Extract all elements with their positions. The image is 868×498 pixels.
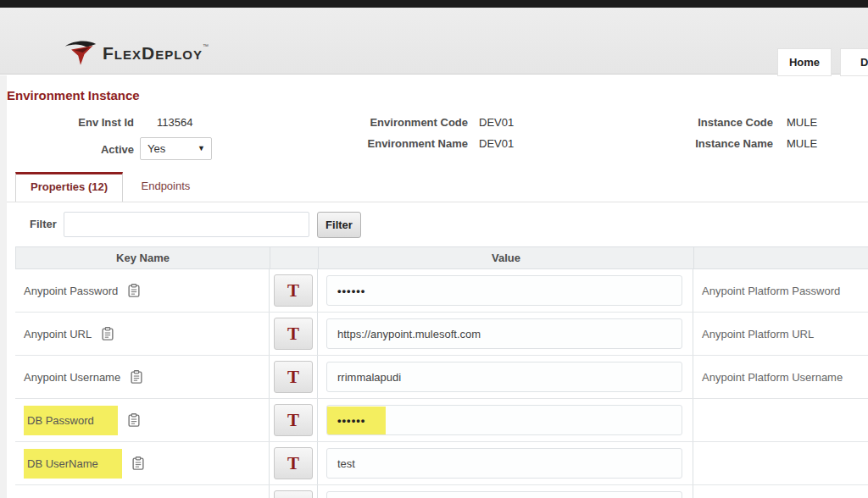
env-inst-id-value: 113564 [157, 116, 192, 129]
type-cell: T [270, 269, 318, 312]
key-cell: Anypoint URL [15, 313, 270, 355]
table-row: DB UserName T test [15, 442, 868, 485]
property-value-text: https://anypoint.mulesoft.com [337, 328, 481, 340]
nav-home-button[interactable]: Home [777, 48, 832, 76]
key-name-column-header: Key Name [16, 247, 270, 268]
type-column-header [270, 247, 319, 268]
description-cell [693, 399, 868, 441]
property-value-text: •••••• [327, 407, 386, 434]
text-type-button[interactable]: T [274, 318, 313, 350]
property-key-label: DB UserName [24, 449, 122, 479]
value-cell: •••••• [318, 399, 693, 441]
instance-code-value: MULE [787, 116, 817, 129]
key-cell: Anypoint Username [15, 356, 270, 398]
property-value-text: rrimmalapudi [337, 371, 401, 384]
browser-top-strip [0, 0, 868, 8]
clipboard-icon[interactable] [102, 327, 114, 340]
text-type-button[interactable]: T [274, 490, 313, 498]
description-cell: Anypoint Platform Password [693, 269, 868, 312]
value-input[interactable] [326, 491, 682, 498]
property-description: Anypoint Platform URL [702, 328, 814, 340]
tab-bar: Properties (12) Endpoints [7, 172, 868, 202]
env-inst-id-label: Env Inst Id [7, 116, 134, 129]
property-description: Anypoint Platform Password [702, 285, 840, 297]
property-key-label: DB Password [24, 406, 118, 435]
value-column-header: Value [319, 247, 694, 268]
key-cell: DB Password [15, 399, 270, 441]
instance-name-label: Instance Name [644, 137, 773, 150]
type-cell: T [270, 313, 318, 355]
value-cell: https://anypoint.mulesoft.com [318, 313, 693, 355]
table-row: Anypoint Username T rrimmalapudi Anypoin… [15, 356, 868, 399]
brand-wordmark: FLEXDEPLOY™ [103, 43, 209, 64]
environment-code-value: DEV01 [479, 116, 514, 129]
value-cell: •••••• [318, 269, 693, 312]
table-row: Anypoint Password T •••••• Anypoint Plat… [15, 269, 868, 313]
text-type-button[interactable]: T [274, 361, 313, 393]
flexdeploy-logo: FLEXDEPLOY™ [64, 38, 209, 69]
description-cell: Anypoint Platform Username [693, 356, 868, 398]
description-column-header [694, 247, 868, 268]
left-edge-strip [0, 75, 7, 498]
instance-name-value: MULE [787, 137, 817, 150]
description-cell [693, 442, 868, 484]
key-cell: DB UserName [15, 442, 270, 484]
text-type-button[interactable]: T [274, 274, 313, 307]
filter-label: Filter [30, 218, 57, 230]
text-type-button[interactable]: T [274, 447, 313, 479]
value-cell: test [318, 442, 693, 484]
property-key-label: Anypoint Password [24, 285, 118, 297]
page-title: Environment Instance [7, 88, 140, 102]
clipboard-icon[interactable] [132, 456, 144, 470]
property-key-label: Anypoint URL [24, 328, 92, 340]
flexdeploy-window: FLEXDEPLOY™ Home Das Environment Instanc… [0, 0, 868, 498]
tornado-logo-icon [64, 38, 97, 69]
value-input[interactable]: https://anypoint.mulesoft.com [326, 318, 682, 349]
value-input[interactable]: test [326, 448, 682, 479]
active-select-value: Yes [147, 142, 165, 155]
text-type-button[interactable]: T [274, 404, 313, 436]
filter-input[interactable] [64, 212, 309, 237]
type-cell: T [270, 442, 318, 484]
table-body: Anypoint Password T •••••• Anypoint Plat… [15, 269, 868, 498]
property-value-text: test [337, 457, 355, 470]
clipboard-icon[interactable] [131, 370, 142, 384]
table-row: T [15, 485, 868, 498]
environment-name-value: DEV01 [479, 137, 514, 150]
active-label: Active [7, 143, 134, 156]
table-row: Anypoint URL T https://anypoint.mulesoft… [15, 313, 868, 356]
key-cell: Anypoint Password [15, 269, 270, 312]
value-input[interactable]: •••••• [326, 275, 682, 306]
value-input[interactable]: rrimmalapudi [326, 362, 682, 392]
type-cell: T [270, 356, 318, 398]
type-cell: T [270, 485, 318, 498]
clipboard-icon[interactable] [128, 284, 140, 297]
property-key-label: Anypoint Username [24, 371, 120, 384]
instance-code-label: Instance Code [644, 116, 773, 129]
property-description: Anypoint Platform Username [702, 371, 843, 384]
app-header: FLEXDEPLOY™ Home Das [0, 8, 868, 75]
properties-table: Key Name Value Anypoint Password T [15, 246, 868, 498]
environment-code-label: Environment Code [339, 116, 468, 129]
table-header: Key Name Value [15, 246, 868, 269]
clipboard-icon[interactable] [128, 413, 140, 427]
filter-button[interactable]: Filter [317, 212, 361, 238]
description-cell: Anypoint Platform URL [693, 313, 868, 355]
tab-endpoints[interactable]: Endpoints [127, 172, 205, 202]
value-input[interactable]: •••••• [326, 405, 682, 435]
nav-dashboards-button[interactable]: Das [840, 48, 868, 76]
chevron-down-icon: ▼ [198, 138, 205, 159]
type-cell: T [270, 399, 318, 441]
tab-properties[interactable]: Properties (12) [15, 172, 123, 202]
key-cell [15, 485, 270, 498]
value-cell [318, 485, 693, 498]
table-row: DB Password T •••••• [15, 399, 868, 442]
description-cell [693, 485, 868, 498]
environment-name-label: Environment Name [339, 137, 468, 150]
active-select[interactable]: Yes ▼ [140, 137, 212, 160]
property-value-text: •••••• [337, 285, 365, 297]
value-cell: rrimmalapudi [318, 356, 693, 398]
